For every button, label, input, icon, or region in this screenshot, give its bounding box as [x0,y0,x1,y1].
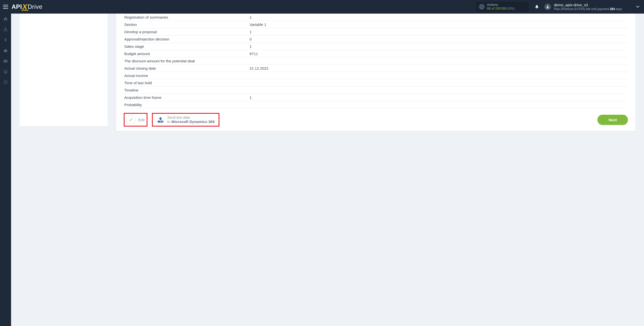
table-row: Actual income [124,72,628,79]
svg-rect-2 [3,8,8,9]
nav-home[interactable] [0,14,11,24]
field-value: 1 [250,15,628,19]
nav-help[interactable] [0,77,11,88]
logo-x-underline [22,10,28,11]
user-plan: Plan |Premium EXTRA| left until payment … [554,7,622,11]
field-value: 1 [250,44,628,49]
nav-account[interactable] [0,66,11,77]
field-key: Sales stage [124,44,250,49]
field-key: Section [124,22,250,27]
field-value: 0 [250,37,628,41]
table-row: Sales stage1 [124,43,628,50]
briefcase-icon [3,48,8,53]
edit-label: Edit [138,118,145,122]
actions-used: 66 [487,7,491,10]
table-row: Develop a proposal1 [124,28,628,35]
user-menu[interactable]: demo_apix-drive_s3 Plan |Premium EXTRA| … [544,3,639,11]
table-row: Approval/rejection decision0 [124,35,628,43]
svg-point-6 [5,71,6,72]
table-row: Actual closing date21.12.2022 [124,65,628,72]
logo-api: API [12,3,22,10]
avatar [544,4,551,10]
send-test-data-button[interactable]: Send test data to Microsoft Dynamics 365 [155,115,217,124]
field-key: Develop a proposal [124,30,250,34]
nav-connections[interactable] [0,24,11,35]
svg-rect-1 [3,7,8,7]
user-name: demo_apix-drive_s3 [554,3,622,7]
field-value: 21.12.2022 [250,66,628,70]
field-key: Acquisition time frame [124,95,250,100]
upload-icon [157,116,164,123]
bell-icon [535,4,539,9]
logo-drive: Drive [28,3,43,10]
svg-rect-10 [163,122,163,122]
chevron-down-icon [636,6,639,8]
edit-highlight-box: Edit [124,113,147,127]
svg-rect-9 [162,122,162,122]
card-controls: Edit Send test data [116,108,635,127]
user-circle-icon [3,69,8,74]
field-value: 1 [250,30,628,34]
nav-services[interactable] [0,45,11,56]
table-row: Budget amount8711 [124,50,628,57]
svg-point-3 [547,6,548,7]
table-row: Acquisition time frame1 [124,94,628,101]
hamburger-menu[interactable] [0,0,11,14]
svg-rect-0 [3,5,8,5]
page-content: Registration of summaries1SectionVariabl… [11,14,644,326]
table-row: Probability [124,101,628,108]
edit-button[interactable]: Edit [127,115,145,124]
actions-total: 200'000 [495,7,507,10]
table-row: Timeline [124,87,628,94]
table-row: Time of last hold [124,79,628,87]
field-key: Actual closing date [124,66,250,70]
actions-counter[interactable]: i Actions: 66 of 200'000 (0%) [476,2,529,12]
field-key: Budget amount [124,52,250,56]
question-icon [3,80,8,85]
logo[interactable]: API X Drive [12,3,43,11]
field-key: Actual income [124,73,250,78]
field-value: 8711 [250,52,628,56]
send-line1: Send test data [167,115,215,119]
nav-videos[interactable] [0,56,11,66]
table-row: SectionVariable 1 [124,21,628,28]
field-key: Probability [124,103,250,107]
field-key: Registration of summaries [124,15,250,19]
svg-point-8 [5,83,6,83]
sidebar-card [20,14,108,126]
info-icon: i [479,4,485,10]
actions-of: of [492,7,494,10]
actions-label: Actions: [487,3,515,7]
table-row: Registration of summaries1 [124,14,628,21]
sitemap-icon [3,27,8,32]
hamburger-icon [3,5,8,9]
actions-pct: (0%) [508,7,514,10]
field-table: Registration of summaries1SectionVariabl… [124,14,628,108]
user-icon [546,5,550,9]
next-button[interactable]: Next [597,115,628,125]
field-key: Approval/rejection decision [124,37,250,41]
field-key: The discount amount for the potential de… [124,59,250,63]
main-card: Registration of summaries1SectionVariabl… [116,14,635,131]
dollar-icon [3,38,8,42]
field-key: Timeline [124,88,250,92]
youtube-icon [3,59,8,63]
pencil-icon [129,118,133,122]
nav-billing[interactable] [0,35,11,45]
field-key: Time of last hold [124,81,250,85]
user-menu-caret [636,5,639,9]
left-nav-rail [0,14,11,326]
send-highlight-box: Send test data to Microsoft Dynamics 365 [152,113,219,127]
field-value: Variable 1 [250,22,628,27]
notifications-button[interactable] [532,2,542,12]
field-value: 1 [250,95,628,100]
pencil-icon-circle [127,115,136,124]
send-line2: to Microsoft Dynamics 365 [167,119,215,124]
table-row: The discount amount for the potential de… [124,57,628,65]
topbar: API X Drive i Actions: 66 of 200'000 (0%… [0,0,644,14]
home-icon [3,17,8,21]
